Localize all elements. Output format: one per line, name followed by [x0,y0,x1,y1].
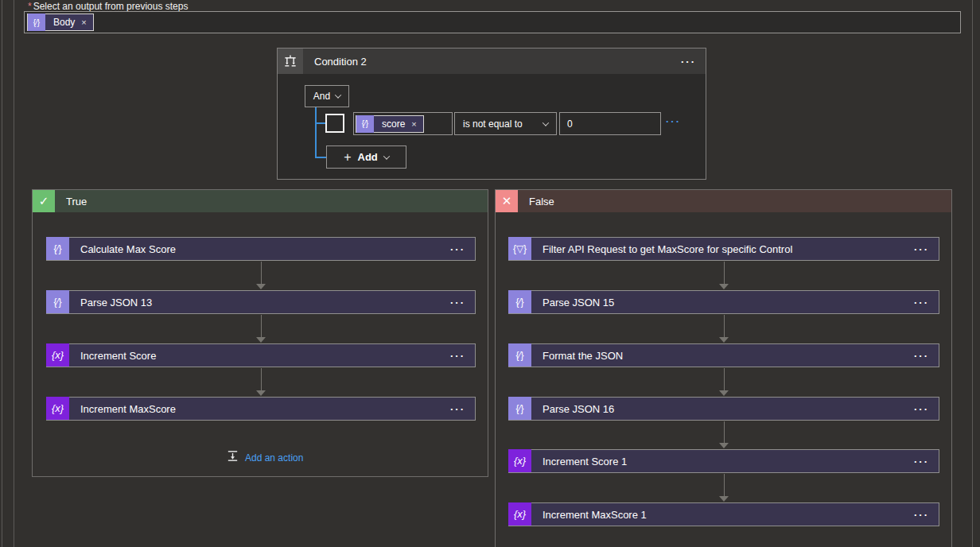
score-token-chip[interactable]: {⁄} score × [356,115,424,133]
connector-arrow [719,315,729,343]
scope-rail-right [972,0,973,547]
false-branch-container: ✕ False {▽} Filter API Request to get Ma… [495,189,952,547]
condition-card: Condition 2 ··· And {⁄} score × is not e… [277,48,706,180]
action-title: Increment MaxScore 1 [542,509,647,521]
condition-icon [278,48,303,74]
insert-action-icon [226,449,239,466]
condition-row-checkbox[interactable] [325,114,344,133]
variable-icon: {x} [508,449,531,472]
connector-arrow [719,474,729,502]
data-operation-icon: {⁄} [508,397,531,420]
action-card[interactable]: {⁄} Parse JSON 15 ··· [508,290,939,314]
action-menu-button[interactable]: ··· [450,403,465,415]
chevron-down-icon [335,91,341,98]
action-title: Parse JSON 13 [80,297,152,308]
action-card[interactable]: {⁄} Parse JSON 13 ··· [46,290,476,314]
variable-icon: {x} [46,343,69,367]
chevron-down-icon [542,119,549,126]
add-an-action-link[interactable]: Add an action [226,449,303,466]
connector-arrow [719,262,729,289]
condition-tree-branch-2 [315,157,326,158]
action-title: Increment Score [80,350,156,362]
required-marker: * [28,1,32,12]
check-icon: ✓ [33,190,55,212]
join-operator-value: And [313,91,330,102]
condition-operand-field[interactable]: {⁄} score × [353,112,453,135]
action-title: Format the JSON [542,350,623,362]
condition-operator-dropdown[interactable]: is not equal to [454,112,557,135]
condition-title: Condition 2 [314,56,367,68]
data-operation-icon: {⁄} [28,14,45,31]
scope-rail-left-inner [14,0,14,547]
action-card[interactable]: {x} Increment MaxScore ··· [46,397,476,421]
action-card[interactable]: {x} Increment Score ··· [46,343,476,367]
join-operator-dropdown[interactable]: And [305,85,349,107]
action-menu-button[interactable]: ··· [914,403,929,415]
condition-value-input[interactable] [559,112,661,135]
add-an-action-label: Add an action [245,452,303,464]
variable-icon: {x} [508,502,531,526]
variable-icon: {x} [46,397,69,420]
data-operation-icon: {⁄} [46,237,69,260]
remove-token-icon[interactable]: × [410,119,422,129]
connector-arrow [719,368,729,396]
action-title: Parse JSON 15 [542,297,614,308]
action-menu-button[interactable]: ··· [914,243,929,255]
action-card[interactable]: {⁄} Parse JSON 16 ··· [508,397,939,421]
cross-icon: ✕ [496,190,518,212]
action-menu-button[interactable]: ··· [450,297,465,308]
data-operation-icon: {⁄} [508,290,531,313]
false-branch-header[interactable]: ✕ False [496,190,951,212]
condition-add-button[interactable]: + Add [326,145,406,169]
token-label: score [374,118,410,130]
chevron-down-icon [383,153,390,159]
action-title: Parse JSON 16 [542,403,614,415]
action-title: Increment MaxScore [80,403,176,415]
connector-arrow [256,368,266,396]
action-card[interactable]: {x} Increment MaxScore 1 ··· [508,502,939,526]
output-picker-input[interactable]: {⁄} Body × [24,11,961,33]
action-menu-button[interactable]: ··· [914,350,929,362]
action-menu-button[interactable]: ··· [914,509,929,521]
connector-arrow [256,315,266,343]
action-title: Calculate Max Score [80,243,176,255]
add-button-label: Add [358,151,378,163]
action-title: Filter API Request to get MaxScore for s… [542,243,792,255]
connector-arrow [256,262,266,289]
body-token-chip[interactable]: {⁄} Body × [27,14,94,31]
action-menu-button[interactable]: ··· [450,243,465,255]
data-operation-icon: {⁄} [356,115,374,133]
false-branch-label: False [529,196,554,208]
condition-menu-button[interactable]: ··· [681,56,696,68]
condition-tree-branch-1 [315,122,325,124]
connector-arrow [719,421,729,448]
action-card[interactable]: {⁄} Format the JSON ··· [508,343,939,367]
action-menu-button[interactable]: ··· [914,456,929,467]
filter-icon: {▽} [508,237,531,260]
plus-icon: + [344,150,351,165]
scope-rail-left-outer [2,0,2,547]
output-picker-label: *Select an output from previous steps [28,1,188,12]
action-menu-button[interactable]: ··· [450,350,465,362]
action-card[interactable]: {⁄} Calculate Max Score ··· [46,237,476,261]
condition-row-menu-button[interactable]: ··· [666,115,681,127]
condition-tree-line [315,107,317,157]
true-branch-header[interactable]: ✓ True [33,190,488,212]
action-title: Increment Score 1 [542,456,627,467]
action-card[interactable]: {x} Increment Score 1 ··· [508,449,939,473]
action-menu-button[interactable]: ··· [914,297,929,308]
action-card[interactable]: {▽} Filter API Request to get MaxScore f… [508,237,939,261]
data-operation-icon: {⁄} [46,290,69,313]
remove-token-icon[interactable]: × [80,17,92,27]
operator-value: is not equal to [463,118,523,130]
true-branch-label: True [66,196,87,208]
data-operation-icon: {⁄} [508,343,531,367]
token-label: Body [45,17,80,28]
true-branch-container: ✓ True {⁄} Calculate Max Score ··· {⁄} P… [32,189,488,477]
condition-header[interactable]: Condition 2 ··· [278,48,706,74]
